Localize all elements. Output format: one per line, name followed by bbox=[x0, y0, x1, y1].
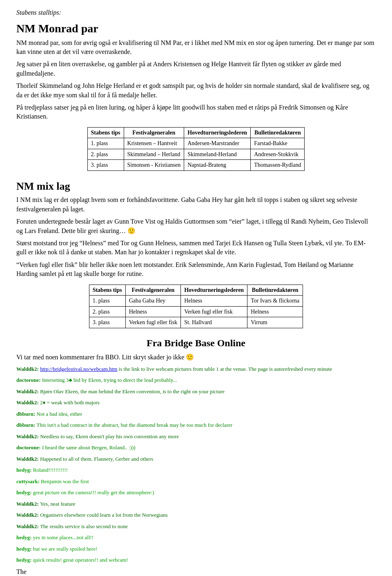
table-cell: Thomassen-Rydland bbox=[251, 160, 305, 171]
table-cell: Helness bbox=[125, 306, 181, 317]
chat-username: dbburn: bbox=[16, 411, 37, 417]
table-cell: Verken fugl eller fisk bbox=[125, 317, 181, 328]
table-mix-lag: Stabens tips Festivalgeneralen Hovedturn… bbox=[89, 285, 303, 328]
chat-line: hedyg: quick results! great operators!! … bbox=[16, 556, 376, 564]
mix-paragraph-2: Foruten undertegnede består laget av Gun… bbox=[16, 217, 376, 235]
mix-paragraph-3: Størst motstand tror jeg “Helness” med T… bbox=[16, 239, 376, 257]
chat-line: Walddk2: Bjørn Olav Ekren, the man behin… bbox=[16, 388, 376, 396]
chat-username: cuttysark: bbox=[16, 478, 41, 484]
table-row: 3. plassVerken fugl eller fiskSt. Hallva… bbox=[89, 317, 303, 328]
chat-username: hedyg: bbox=[16, 557, 33, 563]
chat-message: quick results! great operators!! and web… bbox=[33, 557, 128, 563]
chat-username: Walddk2: bbox=[16, 388, 40, 394]
chat-message: Bjørn Olav Ekren, the man behind the Ekr… bbox=[40, 388, 225, 394]
table-cell: St. Hallvard bbox=[181, 317, 247, 328]
article-container: Stabens stalltips: NM Monrad par NM monr… bbox=[16, 8, 376, 576]
table-cell: Virrum bbox=[247, 317, 303, 328]
table-cell: Andresen-Stokkvik bbox=[251, 149, 305, 160]
table-row: 2. plassSkimmeland – HerlandSkimmeland-H… bbox=[87, 149, 305, 160]
col-header-bulletin: Bulletinredaktøren bbox=[251, 127, 305, 138]
table-cell: 3. plass bbox=[89, 317, 125, 328]
table-cell: 1. plass bbox=[89, 296, 125, 307]
chat-username: hedyg: bbox=[16, 546, 33, 552]
col-header-festival: Festivalgeneralen bbox=[124, 127, 184, 138]
table-cell: 2. plass bbox=[89, 306, 125, 317]
chat-line: hedyg: great picture on the camera!!! re… bbox=[16, 489, 376, 497]
bbo-title: Fra Bridge Base Online bbox=[16, 336, 376, 350]
bbo-intro: Vi tar med noen kommentarer fra BBO. Lit… bbox=[16, 353, 376, 362]
table-row: 1. plassKristensen – HantveitAndersen-Ma… bbox=[87, 138, 305, 149]
table2-header-row: Stabens tips Festivalgeneralen Hovedturn… bbox=[89, 285, 303, 296]
chat-message: http://bridgefestival.no/webcam.htm is t… bbox=[40, 366, 332, 372]
table-cell: Helness bbox=[247, 306, 303, 317]
table-cell: Simonsen - Kristiansen bbox=[124, 160, 184, 171]
chat-message: Happened to all of them. Flannery, Gerbe… bbox=[40, 456, 153, 462]
table-cell: Skimmeland-Herland bbox=[184, 149, 251, 160]
table-cell: 1. plass bbox=[87, 138, 124, 149]
chat-line: cuttysark: Benjamin was the first bbox=[16, 477, 376, 486]
chat-message: but we are really spoiled here! bbox=[33, 546, 98, 552]
chat-username: hedyg: bbox=[16, 489, 33, 495]
col2-header-festival: Festivalgeneralen bbox=[125, 285, 181, 296]
table-cell: Kristensen – Hantveit bbox=[124, 138, 184, 149]
intro-paragraph-2: Jeg satser på en liten overraskelse, og … bbox=[16, 60, 376, 78]
chat-username: Walddk2: bbox=[16, 501, 40, 507]
chat-message: 2♦ = weak with both majors bbox=[40, 399, 100, 406]
bbo-chat-container: Walddk2: http://bridgefestival.no/webcam… bbox=[16, 365, 376, 564]
chat-line: Walddk2: Organisers elsewhere could lear… bbox=[16, 511, 376, 519]
chat-message: Needless to say, Ekren doesn't play his … bbox=[40, 433, 179, 439]
mix-lag-title: NM mix lag bbox=[16, 179, 376, 194]
chat-line: Walddk2: 2♦ = weak with both majors bbox=[16, 399, 376, 407]
chat-message: yes in some places...not all!! bbox=[33, 534, 94, 540]
chat-line: Walddk2: The results service is also sec… bbox=[16, 522, 376, 531]
chat-line: hedyg: yes in some places...not all!! bbox=[16, 533, 376, 542]
chat-line: dbburn: Not a bad idea, either bbox=[16, 410, 376, 418]
chat-message: great picture on the camera!!! really ge… bbox=[33, 489, 154, 495]
col2-header-stabens: Stabens tips bbox=[89, 285, 125, 296]
intro-paragraph-3: Thorleif Skimmeland og John Helge Herlan… bbox=[16, 81, 376, 100]
table-cell: Andersen-Marstrander bbox=[184, 138, 251, 149]
table-header-row: Stabens tips Festivalgeneralen Hovedturn… bbox=[87, 127, 305, 138]
chat-line: Walddk2: http://bridgefestival.no/webcam… bbox=[16, 365, 376, 373]
chat-username: Walddk2: bbox=[16, 433, 40, 439]
chat-line: hedyg: but we are really spoiled here! bbox=[16, 545, 376, 553]
chat-message: Not a bad idea, either bbox=[37, 411, 82, 417]
table-row: 1. plassGaba Gaba HeyHelnessTor Ivars & … bbox=[89, 296, 303, 307]
main-heading: NM Monrad par bbox=[16, 20, 376, 36]
intro-paragraph-4: På tredjeplass satser jeg på en liten lu… bbox=[16, 103, 376, 121]
chat-username: dbburn: bbox=[16, 422, 37, 428]
col-header-hoved: Hovedturneringslederen bbox=[184, 127, 251, 138]
chat-username: Walddk2: bbox=[16, 512, 40, 518]
table-cell: Verken fugl eller fisk bbox=[181, 306, 247, 317]
chat-username: Walddk2: bbox=[16, 523, 40, 529]
col2-header-hoved: Hovedturneringslederen bbox=[181, 285, 247, 296]
chat-message: I heard the same about Bergen, Roland.. … bbox=[42, 444, 136, 450]
chat-username: doctorone: bbox=[16, 377, 42, 383]
italic-title: Stabens stalltips: bbox=[16, 8, 376, 17]
table-cell: Farstad-Bakke bbox=[251, 138, 305, 149]
chat-link[interactable]: http://bridgefestival.no/webcam.htm bbox=[40, 366, 117, 372]
chat-line: hedyg: Roland!!!!!!!!!!! bbox=[16, 466, 376, 474]
chat-message: Yes, neat feature bbox=[40, 501, 75, 507]
chat-username: Walddk2: bbox=[16, 456, 40, 462]
table-cell: 2. plass bbox=[87, 149, 124, 160]
chat-message: The results service is also second to no… bbox=[40, 523, 128, 529]
table-cell: Helness bbox=[181, 296, 247, 307]
chat-username: doctorone: bbox=[16, 444, 42, 450]
col-header-stabens: Stabens tips bbox=[87, 127, 124, 138]
table-cell: Skimmeland – Herland bbox=[124, 149, 184, 160]
chat-message: This isn't a bad contract in the abstrac… bbox=[37, 422, 233, 428]
table-monrad-par: Stabens tips Festivalgeneralen Hovedturn… bbox=[87, 127, 305, 171]
chat-line: Walddk2: Yes, neat feature bbox=[16, 500, 376, 508]
last-word: The bbox=[16, 567, 376, 576]
table-row: 2. plassHelnessVerken fugl eller fiskHel… bbox=[89, 306, 303, 317]
intro-paragraph-1: NM monrad par, som for øvrig også er kva… bbox=[16, 38, 376, 57]
chat-line: dbburn: This isn't a bad contract in the… bbox=[16, 421, 376, 429]
chat-username: Walddk2: bbox=[16, 366, 40, 372]
mix-paragraph-1: I NM mix lag er det opplagt hvem som er … bbox=[16, 195, 376, 214]
chat-line: Walddk2: Needless to say, Ekren doesn't … bbox=[16, 433, 376, 441]
chat-line: Walddk2: Happened to all of them. Flanne… bbox=[16, 455, 376, 463]
table-cell: Gaba Gaba Hey bbox=[125, 296, 181, 307]
col2-header-bulletin: Bulletinredaktøren bbox=[247, 285, 303, 296]
table-cell: 3. plass bbox=[87, 160, 124, 171]
